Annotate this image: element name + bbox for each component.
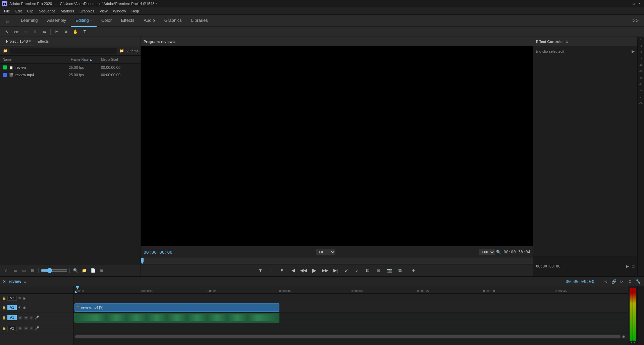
menu-clip[interactable]: Clip bbox=[24, 7, 36, 15]
menu-markers[interactable]: Markers bbox=[58, 7, 77, 15]
new-folder-button[interactable]: 📁 bbox=[80, 267, 88, 274]
list-item[interactable]: 🎬 review.mp4 25.00 fps 00:00:00:00 bbox=[0, 71, 141, 79]
tab-effects[interactable]: Effects bbox=[116, 15, 139, 27]
home-button[interactable]: ⌂ bbox=[3, 16, 12, 26]
sequence-name[interactable]: review bbox=[9, 279, 21, 284]
v2-eye-icon[interactable]: 👁 bbox=[18, 296, 21, 300]
ripple-edit-tool[interactable]: ↔ bbox=[21, 28, 30, 36]
export-frame-button[interactable]: 📷 bbox=[385, 266, 394, 275]
thumbnail-size-slider[interactable] bbox=[41, 268, 67, 273]
timeline-timecode[interactable]: 00:00:00:00 bbox=[566, 279, 594, 284]
project-menu-button[interactable]: ≡ bbox=[29, 39, 31, 44]
slip-tool[interactable]: ⊠ bbox=[62, 28, 70, 36]
project-search-input[interactable] bbox=[10, 48, 117, 54]
current-timecode[interactable]: 00:00:00:00 bbox=[144, 250, 172, 255]
search-bottom-button[interactable]: 🔍 bbox=[72, 267, 79, 274]
go-to-in-button[interactable]: |◀ bbox=[288, 266, 297, 275]
quality-dropdown[interactable]: Full 1/2 1/4 bbox=[479, 249, 495, 255]
link-selection-toggle[interactable]: 🔗 bbox=[610, 278, 617, 285]
a2-label[interactable]: A2 bbox=[7, 326, 17, 331]
effect-arrow-button[interactable]: ▶ bbox=[632, 49, 635, 54]
a2-mute-button[interactable]: M bbox=[24, 327, 28, 330]
video-clip-review[interactable]: 🎬 review.mp4 [V] bbox=[74, 303, 279, 312]
wrench-tool[interactable]: 🔧 bbox=[635, 278, 641, 285]
play-button[interactable]: ▶ bbox=[310, 266, 319, 275]
multi-camera-button[interactable]: ⧉ bbox=[396, 266, 405, 275]
tab-learning[interactable]: Learning bbox=[16, 15, 43, 27]
project-tab[interactable]: Project: 1548 ≡ bbox=[3, 37, 34, 46]
ec-play-button[interactable]: ▶ bbox=[626, 264, 629, 268]
a1-record-button[interactable]: 🎤 bbox=[35, 315, 39, 320]
tab-assembly[interactable]: Assembly bbox=[43, 15, 71, 27]
extract-button[interactable]: ⊟ bbox=[374, 266, 383, 275]
program-monitor-menu-button[interactable]: ≡ bbox=[173, 39, 175, 44]
menu-view[interactable]: View bbox=[97, 7, 110, 15]
selection-tool[interactable]: ↖ bbox=[3, 28, 11, 36]
rolling-edit-tool[interactable]: ⊞ bbox=[31, 28, 39, 36]
menu-window[interactable]: Window bbox=[110, 7, 129, 15]
a1-track-row[interactable] bbox=[74, 312, 628, 323]
a1-lock-icon[interactable]: 🔒 bbox=[2, 316, 6, 319]
add-button[interactable]: + bbox=[409, 266, 418, 275]
editing-tab-menu[interactable]: ≡ bbox=[90, 19, 92, 22]
ec-send-button[interactable]: ⊡ bbox=[632, 264, 635, 268]
tab-graphics[interactable]: Graphics bbox=[160, 15, 186, 27]
timeline-settings[interactable]: ⚙ bbox=[627, 278, 633, 285]
menu-help[interactable]: Help bbox=[129, 7, 142, 15]
tab-audio[interactable]: Audio bbox=[139, 15, 160, 27]
pencil-view-button[interactable]: 🖊 bbox=[3, 267, 10, 274]
project-new-bin-button[interactable]: 📁 bbox=[118, 48, 125, 54]
menu-file[interactable]: File bbox=[1, 7, 13, 15]
timeline-ruler[interactable]: 00:00 00:00:15 00:00:30 00:00:45 00:01:0… bbox=[74, 286, 628, 294]
add-marker-tl[interactable]: ⊳ bbox=[619, 278, 625, 285]
list-view-button[interactable]: ☰ bbox=[11, 267, 19, 274]
zoom-icon[interactable]: 🔍 bbox=[496, 250, 501, 254]
v2-track-row[interactable] bbox=[74, 294, 628, 303]
menu-edit[interactable]: Edit bbox=[13, 7, 24, 15]
fit-dropdown[interactable]: Fit 25% 50% 100% bbox=[316, 249, 335, 255]
tab-libraries[interactable]: Libraries bbox=[186, 15, 213, 27]
track-select-tool[interactable]: ⊳⊳ bbox=[12, 28, 20, 36]
effect-controls-menu-button[interactable]: ≡ bbox=[566, 39, 568, 44]
effects-tab[interactable]: Effects bbox=[34, 37, 52, 46]
sequence-menu-button[interactable]: ≡ bbox=[24, 280, 26, 284]
sequence-close-button[interactable]: ✕ bbox=[3, 279, 6, 284]
a2-lock-icon[interactable]: 🔒 bbox=[2, 327, 6, 330]
a2-sync-lock[interactable]: ⊞ bbox=[18, 327, 22, 330]
new-item-button[interactable]: 📄 bbox=[89, 267, 97, 274]
mark-in-button[interactable]: ▼ bbox=[256, 266, 265, 275]
v2-label[interactable]: V2 bbox=[7, 296, 17, 301]
hand-tool[interactable]: ✋ bbox=[71, 28, 79, 36]
delete-button[interactable]: 🗑 bbox=[98, 267, 105, 274]
close-button[interactable]: ✕ bbox=[637, 1, 642, 6]
timeline-scroll-thumb[interactable] bbox=[75, 335, 621, 338]
a2-record-button[interactable]: 🎤 bbox=[35, 326, 39, 331]
a1-solo-button[interactable]: S bbox=[30, 316, 33, 319]
v1-eye-icon[interactable]: 👁 bbox=[18, 306, 21, 309]
preview-scrubber[interactable] bbox=[141, 258, 533, 264]
v1-lock-icon[interactable]: 🔒 bbox=[2, 306, 6, 309]
timeline-scroll-button[interactable]: ◉ bbox=[621, 335, 627, 338]
insert-button[interactable]: ↙ bbox=[342, 266, 351, 275]
tab-color[interactable]: Color bbox=[97, 15, 116, 27]
overwrite-button[interactable]: ↙ bbox=[353, 266, 362, 275]
audio-clip-a1[interactable] bbox=[74, 313, 279, 323]
v1-label[interactable]: V1 bbox=[7, 305, 17, 310]
v2-lock-icon[interactable]: 🔒 bbox=[2, 296, 6, 300]
a1-mute-button[interactable]: M bbox=[24, 316, 28, 319]
v1-track-row[interactable]: 🎬 review.mp4 [V] bbox=[74, 303, 628, 312]
menu-sequence[interactable]: Sequence bbox=[36, 7, 58, 15]
go-to-out-button[interactable]: ▶| bbox=[331, 266, 340, 275]
razor-tool[interactable]: ✂ bbox=[53, 28, 61, 36]
text-tool[interactable]: T bbox=[81, 28, 89, 36]
a2-track-row[interactable] bbox=[74, 323, 628, 334]
workspace-more-button[interactable]: >> bbox=[630, 18, 641, 24]
a2-solo-button[interactable]: S bbox=[30, 327, 33, 330]
list-item[interactable]: 📋 review 25.00 fps 00:00:00:00 bbox=[0, 64, 141, 71]
freeform-view-button[interactable]: ⊞ bbox=[29, 267, 36, 274]
minimize-button[interactable]: ─ bbox=[625, 1, 630, 6]
v2-camera-icon[interactable]: ◉ bbox=[23, 296, 26, 300]
mark-out-button[interactable]: ▼ bbox=[278, 266, 286, 275]
maximize-button[interactable]: □ bbox=[631, 1, 636, 6]
menu-graphics[interactable]: Graphics bbox=[77, 7, 97, 15]
